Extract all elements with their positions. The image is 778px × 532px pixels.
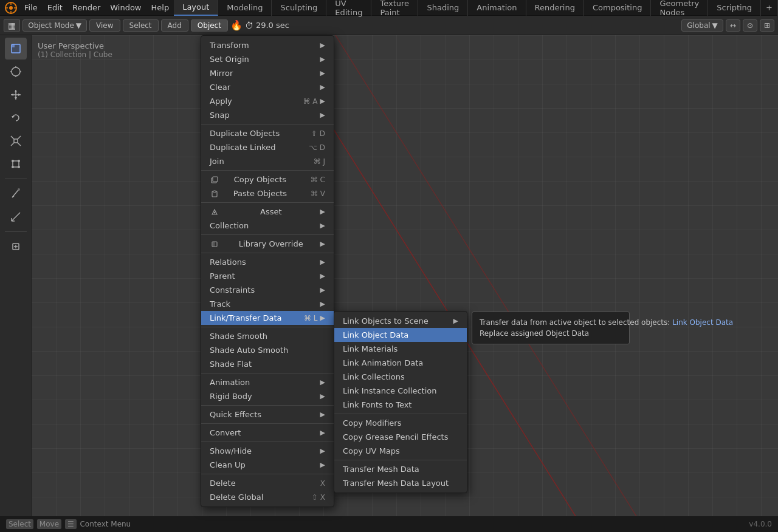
scale-icon[interactable]: [5, 130, 27, 152]
object-mode-dropdown[interactable]: Object Mode ▼: [22, 19, 87, 32]
blender-logo: [0, 0, 19, 16]
rotate-icon[interactable]: [5, 107, 27, 129]
submenu-link-collections[interactable]: Link Collections: [334, 370, 467, 384]
ctx-shade-auto-smooth[interactable]: Shade Auto Smooth: [201, 343, 334, 357]
ctx-join[interactable]: Join ⌘ J: [201, 154, 334, 168]
ctx-convert[interactable]: Convert ▶: [201, 426, 334, 440]
view-menu[interactable]: View: [89, 19, 120, 32]
ctx-delete-global[interactable]: Delete Global ⇧ X: [201, 490, 334, 504]
ctx-copy-objects[interactable]: Copy Objects ⌘ C: [201, 172, 334, 186]
submenu-link-animation[interactable]: Link Animation Data: [334, 356, 467, 370]
ctx-asset[interactable]: Asset ▶: [201, 205, 334, 219]
ctx-duplicate-linked[interactable]: Duplicate Linked ⌥ D: [201, 140, 334, 154]
ctx-shade-smooth[interactable]: Shade Smooth: [201, 329, 334, 343]
ctx-quick-effects-arrow: ▶: [320, 411, 325, 418]
ctx-dup-label: Duplicate Objects: [210, 129, 280, 138]
ctx-rigid-body[interactable]: Rigid Body ▶: [201, 389, 334, 403]
object-menu-btn[interactable]: Object: [191, 19, 228, 32]
ctx-paste-objects[interactable]: Paste Objects ⌘ V: [201, 186, 334, 200]
tab-animation[interactable]: Animation: [468, 0, 526, 16]
ctx-clear[interactable]: Clear ▶: [201, 80, 334, 94]
ctx-transform[interactable]: Transform ▶: [201, 38, 334, 52]
add-cube-icon[interactable]: [5, 236, 27, 257]
tab-scripting[interactable]: Scripting: [708, 0, 761, 16]
add-menu[interactable]: Add: [161, 19, 188, 32]
submenu-link-object-data[interactable]: Link Object Data Transfer data from acti…: [334, 328, 467, 342]
editor-type-button[interactable]: ▦: [4, 19, 20, 32]
ctx-delete[interactable]: Delete X: [201, 476, 334, 490]
ctx-constraints-arrow: ▶: [320, 286, 325, 294]
tab-uv-editing[interactable]: UV Editing: [326, 0, 371, 16]
submenu-link-materials[interactable]: Link Materials: [334, 342, 467, 356]
measure-icon[interactable]: [5, 206, 27, 228]
annotate-icon[interactable]: [5, 183, 27, 205]
overlay-icon[interactable]: ⊞: [760, 19, 774, 32]
ctx-mirror-arrow: ▶: [320, 69, 325, 77]
menu-render[interactable]: Render: [67, 2, 105, 13]
tab-geometry-nodes[interactable]: Geometry Nodes: [651, 0, 708, 16]
global-dropdown[interactable]: Global ▼: [681, 19, 723, 32]
submenu-transfer-mesh-layout[interactable]: Transfer Mesh Data Layout: [334, 476, 467, 490]
tab-compositing[interactable]: Compositing: [584, 0, 652, 16]
submenu-copy-modifiers[interactable]: Copy Modifiers: [334, 416, 467, 430]
ctx-lib-arrow: ▶: [320, 240, 325, 248]
ctx-copy-label: Copy Objects: [234, 175, 286, 184]
tab-sculpting[interactable]: Sculpting: [272, 0, 326, 16]
ctx-animation[interactable]: Animation ▶: [201, 375, 334, 389]
ctx-mirror[interactable]: Mirror ▶: [201, 66, 334, 80]
ctx-delete-global-label: Delete Global: [210, 493, 263, 502]
menu-help[interactable]: Help: [146, 2, 174, 13]
ctx-library-override[interactable]: Library Override ▶: [201, 237, 334, 251]
tab-shading[interactable]: Shading: [418, 0, 468, 16]
submenu-transfer-mesh[interactable]: Transfer Mesh Data: [334, 462, 467, 476]
ctx-duplicate-objects[interactable]: Duplicate Objects ⇧ D: [201, 126, 334, 140]
proportional-icon[interactable]: ⊙: [743, 19, 757, 32]
ctx-link-transfer-data[interactable]: Link/Transfer Data ⌘ L ▶ Link Objects to…: [201, 311, 334, 325]
status-left: Select Move ☰ Context Menu: [6, 520, 131, 528]
transform-icon[interactable]: [5, 153, 27, 175]
submenu-link-fonts[interactable]: Link Fonts to Text: [334, 398, 467, 412]
ctx-snap[interactable]: Snap ▶: [201, 108, 334, 122]
separator-7: [201, 373, 334, 373]
select-menu[interactable]: Select: [123, 19, 159, 32]
ctx-set-origin[interactable]: Set Origin ▶: [201, 52, 334, 66]
tab-layout[interactable]: Layout: [174, 0, 218, 16]
ctx-track[interactable]: Track ▶: [201, 297, 334, 311]
submenu-link-instance-collection[interactable]: Link Instance Collection: [334, 384, 467, 398]
ctx-link-shortcut: ⌘ L: [304, 314, 318, 322]
submenu-copy-uv[interactable]: Copy UV Maps: [334, 444, 467, 458]
add-workspace-button[interactable]: +: [761, 0, 778, 16]
ctx-collection[interactable]: Collection ▶: [201, 219, 334, 233]
viewport-overlay: User Perspective (1) Collection | Cube: [38, 41, 112, 59]
tab-modeling[interactable]: Modeling: [218, 0, 272, 16]
tab-rendering[interactable]: Rendering: [526, 0, 584, 16]
svg-line-21: [11, 136, 14, 139]
sub-link-objects-scene-label: Link Objects to Scene: [343, 316, 429, 326]
menu-file[interactable]: File: [19, 2, 43, 13]
ctx-clean-up[interactable]: Clean Up ▶: [201, 458, 334, 472]
ctx-shade-flat[interactable]: Shade Flat: [201, 357, 334, 371]
ctx-relations[interactable]: Relations ▶: [201, 255, 334, 269]
submenu-copy-grease[interactable]: Copy Grease Pencil Effects: [334, 430, 467, 444]
move-icon[interactable]: [5, 84, 27, 106]
svg-rect-46: [212, 242, 217, 247]
status-version: v4.0.0: [749, 520, 772, 528]
ctx-parent[interactable]: Parent ▶: [201, 269, 334, 283]
select-box-icon[interactable]: [5, 38, 27, 60]
ctx-clear-arrow: ▶: [320, 83, 325, 91]
ctx-quick-effects[interactable]: Quick Effects ▶: [201, 408, 334, 421]
menu-edit[interactable]: Edit: [43, 2, 67, 13]
timer-icon: ⏱: [245, 21, 253, 30]
ctx-mirror-label: Mirror: [210, 69, 233, 78]
snap-icon[interactable]: ↔: [726, 19, 740, 32]
svg-rect-7: [12, 44, 15, 47]
svg-rect-25: [13, 161, 19, 167]
ctx-constraints[interactable]: Constraints ▶: [201, 283, 334, 297]
ctx-show-hide[interactable]: Show/Hide ▶: [201, 444, 334, 458]
menu-window[interactable]: Window: [105, 2, 146, 13]
paste-icon: [210, 190, 219, 197]
cursor-icon[interactable]: [5, 61, 27, 83]
ctx-apply[interactable]: Apply ⌘ A ▶: [201, 94, 334, 108]
tab-texture-paint[interactable]: Texture Paint: [371, 0, 418, 16]
submenu-link-objects-scene[interactable]: Link Objects to Scene ▶: [334, 314, 467, 328]
